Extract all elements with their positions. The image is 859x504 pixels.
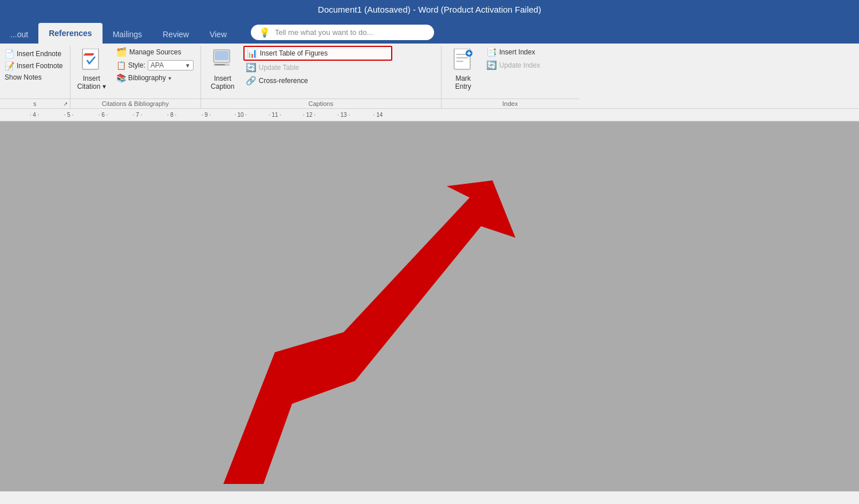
insert-index-button[interactable]: 📑 Insert Index	[484, 46, 542, 58]
style-value: APA	[151, 61, 164, 69]
cross-reference-label: Cross-reference	[259, 77, 308, 85]
tab-references[interactable]: References	[38, 23, 103, 44]
mark-entry-button[interactable]: Mark Entry	[446, 46, 480, 93]
lightbulb-icon: 💡	[259, 27, 270, 38]
insert-footnote-label: Insert Footnote	[17, 62, 63, 70]
insert-footnote-button[interactable]: 📝 Insert Footnote	[2, 60, 65, 72]
mark-entry-icon	[451, 48, 476, 73]
tell-me-input[interactable]: 💡 Tell me what you want to do...	[251, 25, 434, 40]
tab-review[interactable]: Review	[152, 25, 199, 44]
manage-sources-label: Manage Sources	[129, 48, 182, 56]
tab-view[interactable]: View	[199, 25, 237, 44]
index-group: Mark Entry 📑 Insert Index 🔄 Update Index…	[442, 46, 579, 108]
footnotes-group: 📄 Insert Endnote 📝 Insert Footnote Show …	[0, 46, 70, 108]
show-notes-label: Show Notes	[5, 73, 42, 81]
style-label: Style:	[128, 61, 145, 69]
red-arrow-overlay	[0, 121, 859, 491]
update-index-label: Update Index	[499, 61, 540, 69]
update-table-label: Update Table	[259, 64, 300, 72]
cross-reference-button[interactable]: 🔗 Cross-reference	[243, 74, 392, 87]
captions-group: Insert Caption 📊 Insert Table of Figures…	[201, 46, 442, 108]
footnote-icon: 📝	[5, 61, 14, 70]
insert-citation-button[interactable]: Insert Citation ▾	[73, 46, 111, 93]
insert-index-label: Insert Index	[499, 48, 535, 56]
bibliography-button[interactable]: 📚 Bibliography ▾	[114, 72, 196, 84]
svg-rect-0	[82, 49, 98, 69]
title-bar: Document1 (Autosaved) - Word (Product Ac…	[0, 0, 859, 18]
manage-sources-icon: 🗂️	[116, 47, 127, 57]
tell-me-placeholder: Tell me what you want to do...	[275, 28, 373, 37]
update-table-icon: 🔄	[246, 62, 257, 73]
bibliography-dropdown-icon: ▾	[168, 75, 171, 81]
insert-table-figures-icon: 📊	[247, 48, 258, 58]
insert-caption-button[interactable]: Insert Caption	[206, 46, 240, 93]
ruler: · 4 · · 5 · · 6 · · 7 · · 8 · · 9 · · 10…	[0, 109, 859, 121]
cross-reference-icon: 🔗	[246, 76, 257, 86]
insert-citation-icon	[79, 48, 104, 73]
tab-out[interactable]: ...out	[0, 25, 38, 44]
ribbon: 📄 Insert Endnote 📝 Insert Footnote Show …	[0, 44, 859, 109]
arrow-shape	[223, 180, 515, 484]
svg-rect-6	[215, 64, 225, 65]
insert-citation-label: Insert Citation ▾	[77, 74, 106, 91]
svg-rect-4	[215, 51, 228, 60]
mark-entry-label: Mark Entry	[455, 74, 471, 91]
insert-endnote-label: Insert Endnote	[17, 50, 61, 58]
captions-group-label: Captions	[201, 99, 441, 107]
insert-caption-label: Insert Caption	[211, 74, 234, 91]
ruler-ticks: · 4 · · 5 · · 6 · · 7 · · 8 · · 9 · · 10…	[6, 112, 395, 118]
insert-caption-icon	[210, 48, 235, 73]
citations-group-label: Citations & Bibliography	[70, 99, 200, 107]
insert-table-of-figures-button[interactable]: 📊 Insert Table of Figures	[243, 46, 392, 61]
bibliography-label: Bibliography	[128, 74, 166, 82]
style-selector[interactable]: 📋 Style: APA ▼	[114, 59, 196, 72]
footnotes-expand-icon[interactable]: ↗	[63, 101, 68, 107]
insert-index-icon: 📑	[486, 47, 497, 57]
citations-bibliography-group: Insert Citation ▾ 🗂️ Manage Sources 📋 St…	[70, 46, 201, 108]
dropdown-chevron-icon: ▼	[185, 62, 191, 69]
manage-sources-button[interactable]: 🗂️ Manage Sources	[114, 46, 196, 58]
update-table-button[interactable]: 🔄 Update Table	[243, 61, 392, 74]
title-bar-text: Document1 (Autosaved) - Word (Product Ac…	[318, 5, 541, 14]
update-index-button[interactable]: 🔄 Update Index	[484, 59, 542, 72]
show-notes-button[interactable]: Show Notes	[2, 72, 65, 82]
footnotes-group-label: s	[0, 99, 70, 107]
style-icon: 📋	[116, 61, 126, 70]
update-index-icon: 🔄	[486, 60, 497, 70]
insert-table-of-figures-label: Insert Table of Figures	[260, 49, 328, 57]
insert-endnote-button[interactable]: 📄 Insert Endnote	[2, 48, 65, 60]
index-group-label: Index	[442, 99, 579, 107]
document-body	[0, 121, 859, 491]
bibliography-icon: 📚	[116, 73, 126, 82]
endnote-icon: 📄	[5, 49, 14, 58]
tab-mailings[interactable]: Mailings	[103, 25, 152, 44]
style-dropdown[interactable]: APA ▼	[148, 60, 194, 70]
